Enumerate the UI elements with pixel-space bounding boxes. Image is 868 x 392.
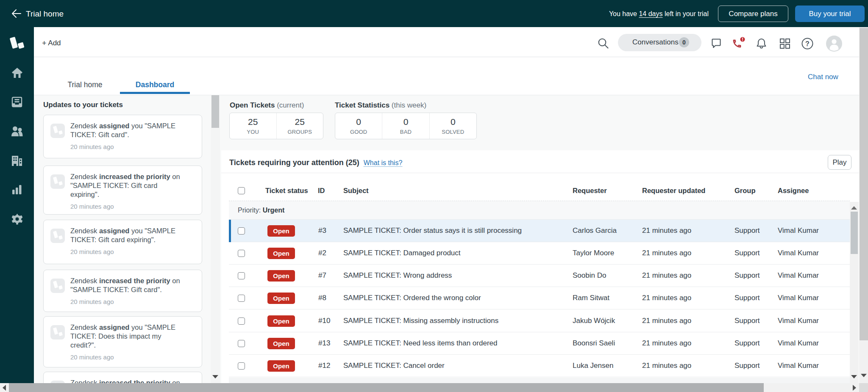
svg-text:!: ! <box>742 37 743 42</box>
svg-text:?: ? <box>805 40 810 47</box>
